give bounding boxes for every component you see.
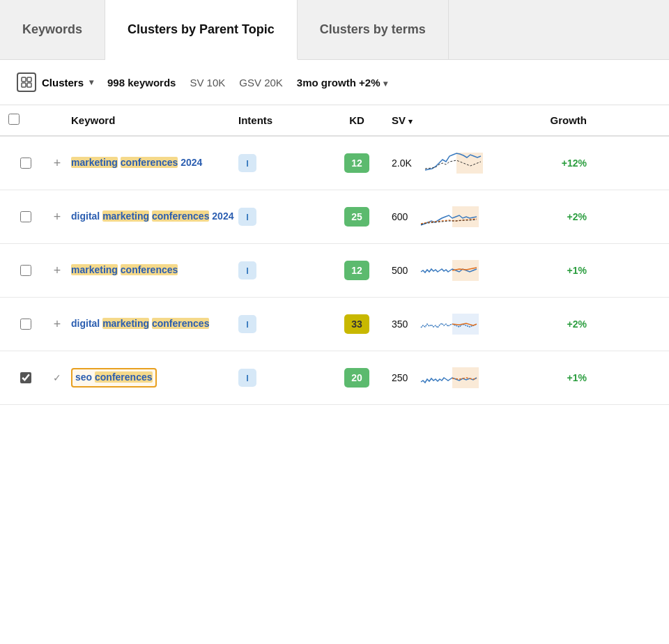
sv-cell-1: 2.0K bbox=[392, 149, 503, 177]
col-header-kd: KD bbox=[322, 114, 392, 126]
sv-cell-2: 600 bbox=[392, 203, 503, 231]
keyword-cell-1[interactable]: marketing conferences 2024 bbox=[71, 156, 238, 170]
tab-clusters-terms[interactable]: Clusters by terms bbox=[298, 0, 449, 59]
tab-bar: Keywords Clusters by Parent Topic Cluste… bbox=[0, 0, 669, 60]
col-header-keyword: Keyword bbox=[71, 114, 238, 126]
growth-cell-2: +2% bbox=[503, 211, 587, 222]
sv-cell-5: 250 bbox=[392, 364, 503, 392]
clusters-dropdown-arrow[interactable]: ▾ bbox=[89, 77, 93, 87]
intent-cell-1: I bbox=[238, 154, 322, 172]
table-row: ✓ seo conferences I 20 250 +1% bbox=[0, 351, 669, 405]
table-row: + digital marketing conferences 2024 I 2… bbox=[0, 190, 669, 244]
intent-cell-2: I bbox=[238, 208, 322, 226]
clusters-icon bbox=[17, 72, 36, 92]
growth-cell-1: +12% bbox=[503, 158, 587, 169]
svg-rect-1 bbox=[27, 77, 31, 82]
table-header: Keyword Intents KD SV ▾ Growth bbox=[0, 105, 669, 137]
kd-cell-5: 20 bbox=[322, 368, 392, 388]
growth-dropdown-arrow[interactable]: ▾ bbox=[383, 79, 387, 89]
add-button-2[interactable]: + bbox=[43, 210, 71, 224]
growth-cell-3: +1% bbox=[503, 265, 587, 276]
select-all-checkbox[interactable] bbox=[8, 114, 20, 125]
growth-cell-5: +1% bbox=[503, 372, 587, 383]
sv-stat: SV 10K bbox=[190, 77, 225, 89]
row-checkbox-5[interactable] bbox=[8, 372, 43, 383]
checkmark-5: ✓ bbox=[43, 372, 71, 383]
row-checkbox-3[interactable] bbox=[8, 265, 43, 276]
kd-cell-2: 25 bbox=[322, 207, 392, 227]
header-checkbox[interactable] bbox=[8, 114, 43, 127]
svg-rect-0 bbox=[22, 77, 26, 82]
intent-cell-4: I bbox=[238, 315, 322, 333]
keyword-cell-4[interactable]: digital marketing conferences bbox=[71, 317, 238, 331]
table: Keyword Intents KD SV ▾ Growth + marketi… bbox=[0, 105, 669, 405]
col-header-sv[interactable]: SV ▾ bbox=[392, 114, 503, 126]
keyword-cell-5[interactable]: seo conferences bbox=[71, 368, 238, 388]
sparkline-2 bbox=[417, 203, 480, 231]
svg-rect-3 bbox=[27, 83, 31, 87]
growth-stat: 3mo growth +2% ▾ bbox=[297, 77, 387, 89]
sparkline-1 bbox=[422, 149, 484, 177]
intent-cell-5: I bbox=[238, 369, 322, 387]
gsv-stat: GSV 20K bbox=[239, 77, 283, 89]
keyword-cell-2[interactable]: digital marketing conferences 2024 bbox=[71, 210, 238, 224]
keyword-cell-3[interactable]: marketing conferences bbox=[71, 263, 238, 277]
svg-rect-8 bbox=[452, 367, 479, 388]
table-row: + marketing conferences 2024 I 12 2.0K +… bbox=[0, 137, 669, 190]
intent-cell-3: I bbox=[238, 261, 322, 279]
add-button-4[interactable]: + bbox=[43, 317, 71, 332]
table-row: + digital marketing conferences I 33 350… bbox=[0, 298, 669, 351]
tab-keywords[interactable]: Keywords bbox=[0, 0, 105, 59]
growth-cell-4: +2% bbox=[503, 319, 587, 330]
kd-cell-1: 12 bbox=[322, 153, 392, 173]
sparkline-3 bbox=[417, 256, 480, 284]
sparkline-5 bbox=[417, 364, 480, 392]
row-checkbox-4[interactable] bbox=[8, 319, 43, 330]
row-checkbox-2[interactable] bbox=[8, 211, 43, 222]
add-button-3[interactable]: + bbox=[43, 263, 71, 278]
row-checkbox-1[interactable] bbox=[8, 158, 43, 169]
clusters-label: Clusters bbox=[42, 77, 84, 89]
sv-sort-icon: ▾ bbox=[408, 117, 413, 125]
add-button-1[interactable]: + bbox=[43, 156, 71, 171]
tab-clusters-parent[interactable]: Clusters by Parent Topic bbox=[105, 0, 298, 60]
keywords-count: 998 keywords bbox=[107, 77, 176, 89]
kd-cell-4: 33 bbox=[322, 314, 392, 334]
table-row: + marketing conferences I 12 500 +1% bbox=[0, 244, 669, 298]
sv-cell-3: 500 bbox=[392, 256, 503, 284]
clusters-button[interactable]: Clusters ▾ bbox=[17, 72, 93, 92]
col-header-intents: Intents bbox=[238, 114, 322, 126]
svg-rect-2 bbox=[22, 83, 26, 87]
sv-cell-4: 350 bbox=[392, 310, 503, 338]
toolbar: Clusters ▾ 998 keywords SV 10K GSV 20K 3… bbox=[0, 60, 669, 105]
col-header-growth: Growth bbox=[503, 114, 587, 126]
kd-cell-3: 12 bbox=[322, 261, 392, 280]
sparkline-4 bbox=[417, 310, 480, 338]
